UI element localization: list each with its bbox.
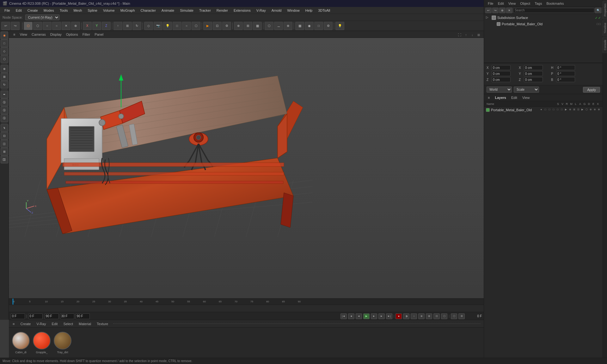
motion-clip-button[interactable]: ○ (411, 313, 417, 319)
obj-menu-edit[interactable]: Edit (496, 1, 506, 6)
obj-row-subdivision[interactable]: ▷ ⬡ Subdivision Surface ✓ ✓ (484, 15, 603, 21)
redo-button[interactable]: ↪ (11, 22, 20, 30)
obj-filter-button[interactable]: ↩ (485, 8, 492, 13)
null-button[interactable]: ◇ (144, 22, 153, 30)
vp-full-icon[interactable]: ⛶ (457, 32, 462, 37)
mat-menu-create[interactable]: Create (18, 321, 33, 326)
wireframe-button[interactable]: □ (314, 22, 323, 30)
material-tray-thumb[interactable] (54, 332, 71, 349)
viewport-canvas[interactable]: Perspective Default Camera:** (9, 38, 484, 320)
prev-key-button[interactable]: ◄ (356, 313, 362, 319)
menu-mograph[interactable]: MoGraph (118, 8, 138, 13)
obj-menu-object[interactable]: Object (518, 1, 532, 6)
live-selection-button[interactable]: ◉ (1, 32, 8, 39)
cube-button[interactable]: □ (173, 22, 181, 30)
prev-frame-button[interactable]: ◄ (348, 313, 354, 319)
layer-extra5[interactable]: ⊕ (597, 108, 601, 112)
y-axis-button[interactable]: Y (92, 22, 101, 30)
layer-render-icon[interactable]: □ (548, 108, 551, 112)
record-button[interactable]: ● (395, 313, 402, 319)
menu-file[interactable]: File (2, 8, 13, 13)
poly-mode-button[interactable]: ○ (52, 22, 61, 30)
obj-menu-file[interactable]: File (486, 1, 495, 6)
menu-extensions[interactable]: Extensions (231, 8, 253, 13)
render-button[interactable]: ▶ (203, 22, 212, 30)
start-frame-input[interactable] (28, 313, 43, 319)
menu-render[interactable]: Render (214, 8, 230, 13)
next-key-button[interactable]: ► (371, 313, 377, 319)
layer-gen-icon[interactable]: ▶ (564, 108, 568, 112)
x2-input[interactable] (524, 65, 543, 70)
x-axis-button[interactable]: X (83, 22, 92, 30)
y-pos-input[interactable] (492, 71, 511, 76)
light2-button[interactable]: 💡 (335, 22, 344, 30)
mirror-button[interactable]: ◫ (1, 140, 8, 148)
sculpt-button[interactable]: Ⓢ (1, 99, 8, 106)
layers-menu-edit[interactable]: Edit (509, 95, 519, 100)
mat-menu-select[interactable]: Select (61, 321, 75, 326)
sphere-button[interactable]: ○ (182, 22, 191, 30)
end-frame-input[interactable] (76, 313, 90, 319)
right-tab-1[interactable]: Properties (603, 1, 607, 19)
rotate-tool-button[interactable]: ↻ (132, 22, 141, 30)
vp-menu-icon[interactable]: ≡ (11, 32, 17, 37)
layer-lock-icon[interactable]: □ (556, 108, 560, 112)
mat-menu-icon[interactable]: ≡ (11, 321, 16, 326)
sculpt2-button[interactable]: Ⓢ (1, 106, 8, 114)
nodespace-select[interactable]: Current (V-Ray) (25, 15, 59, 20)
menu-mesh[interactable]: Mesh (71, 8, 84, 13)
snap-button[interactable]: ⊕ (234, 22, 243, 30)
layers-menu-view[interactable]: View (520, 95, 532, 100)
layer-exp-icon[interactable]: ⊞ (572, 108, 576, 112)
rect-selection-button[interactable]: □ (1, 39, 8, 47)
menu-arnold[interactable]: Arnold (269, 8, 284, 13)
scale-select[interactable]: Scale (514, 87, 539, 93)
sculpt3-button[interactable]: Ⓢ (1, 114, 8, 122)
auto-key-button[interactable]: ◑ (403, 313, 409, 319)
timeline-settings-button[interactable]: ⚙ (458, 313, 465, 319)
x-pos-input[interactable] (492, 65, 511, 70)
render-settings-button[interactable]: ⚙ (222, 22, 231, 30)
vp-menu-options[interactable]: Options (64, 32, 80, 37)
menu-tools[interactable]: Tools (57, 8, 71, 13)
vp-menu-filter[interactable]: Filter (81, 32, 92, 37)
spline-mode-button[interactable]: ○ (43, 22, 52, 30)
scale-tool2-button[interactable]: ⊞ (1, 73, 8, 81)
menu-create[interactable]: Create (25, 8, 40, 13)
right-tab-2[interactable]: Timeline (603, 20, 607, 36)
model-mode-button[interactable]: ⬡ (24, 22, 33, 30)
symmetry-button[interactable]: ⊞ (1, 148, 8, 155)
camera-button[interactable]: 📷 (154, 22, 162, 30)
pen-tool-button[interactable]: ✒ (1, 91, 8, 98)
grid-button[interactable]: ⊞ (243, 22, 252, 30)
menu-modes[interactable]: Modes (41, 8, 57, 13)
mat-menu-vray[interactable]: V-Ray (34, 321, 48, 326)
render-view-button[interactable]: ⊡ (213, 22, 222, 30)
layer-x-icon[interactable]: ⊡ (576, 108, 580, 112)
move-tool2-button[interactable]: ⊕ (1, 65, 8, 73)
keyframe-button[interactable]: ⊕ (418, 313, 425, 319)
undo-button[interactable]: ↩ (1, 22, 10, 30)
p-input[interactable] (556, 71, 575, 76)
pla-button[interactable]: ⬡ (441, 313, 447, 319)
twist-button[interactable]: ↯ (1, 124, 8, 132)
layer-row-baler[interactable]: Portable_Metal_Baler_Old ● □ □ □ □ □ ▶ ⊕… (484, 107, 603, 113)
preview-start-input[interactable] (45, 313, 59, 319)
menu-tracker[interactable]: Tracker (197, 8, 213, 13)
poly-selection-button[interactable]: ◇ (1, 47, 8, 55)
menu-3dtoall[interactable]: 3DToAll (316, 8, 333, 13)
menu-help[interactable]: Help (303, 8, 315, 13)
obj-menu-bookmarks[interactable]: Bookmarks (544, 1, 566, 6)
vp-menu-view[interactable]: View (18, 32, 29, 37)
material-grapple-thumb[interactable] (33, 332, 51, 349)
free-selection-button[interactable]: ⬡ (1, 55, 8, 63)
lock-button[interactable]: ⚿ (1, 156, 8, 163)
world-select[interactable]: World (487, 87, 512, 93)
obj-search-button[interactable]: 🔍 (595, 8, 601, 13)
vp-up-icon[interactable]: ↑ (463, 32, 469, 37)
light-button[interactable]: 💡 (163, 22, 172, 30)
go-start-button[interactable]: |◄ (340, 313, 347, 319)
next-frame-button[interactable]: ► (378, 313, 385, 319)
rotate-tool2-button[interactable]: ↻ (1, 81, 8, 88)
scale-tool-button[interactable]: ⊞ (123, 22, 132, 30)
